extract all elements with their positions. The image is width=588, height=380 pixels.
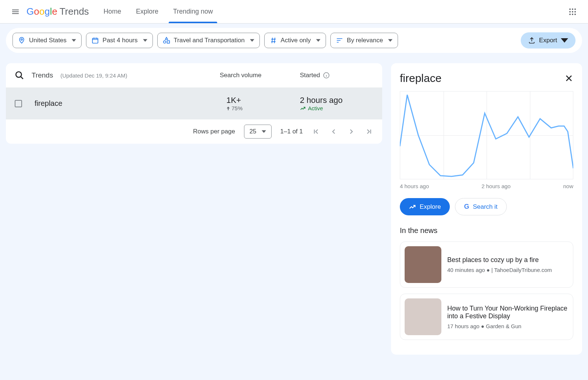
chevron-down-icon [250, 38, 254, 43]
svg-rect-12 [167, 41, 169, 43]
rows-per-page-label: Rows per page [193, 128, 235, 135]
started-ago: 2 hours ago [300, 96, 373, 105]
trends-table: Trends (Updated Dec 19, 9:24 AM) Search … [6, 63, 382, 144]
logo[interactable]: Google Trends [26, 6, 89, 17]
svg-point-4 [572, 11, 573, 12]
apps-icon[interactable] [564, 4, 581, 20]
next-page-button[interactable] [347, 127, 356, 136]
tab-trending-now[interactable]: Trending now [173, 0, 213, 23]
news-headline: Best places to cozy up by a fire [447, 256, 552, 264]
search-it-button[interactable]: G Search it [455, 198, 507, 215]
news-item[interactable]: How to Turn Your Non-Working Fireplace i… [400, 294, 573, 340]
svg-point-2 [574, 8, 576, 10]
rows-per-page-select[interactable]: 25 [244, 125, 272, 139]
export-button[interactable]: Export [521, 32, 576, 49]
pagination: Rows per page 25 1–1 of 1 [6, 119, 382, 144]
filter-category-label: Travel and Transportation [174, 37, 245, 44]
svg-point-3 [569, 11, 571, 12]
trend-chart [400, 91, 573, 179]
last-page-button[interactable] [365, 127, 373, 136]
svg-point-1 [572, 8, 573, 10]
news-meta: 17 hours ago ● Garden & Gun [447, 323, 569, 329]
filter-timeframe-label: Past 4 hours [103, 37, 137, 44]
chart-line [400, 91, 573, 179]
app-header: Google Trends Home Explore Trending now [0, 0, 588, 24]
svg-point-13 [16, 72, 21, 77]
export-icon [528, 37, 535, 44]
detail-panel: fireplace 4 hours ago 2 hours ago [391, 63, 582, 355]
explore-button[interactable]: Explore [400, 198, 450, 215]
chevron-down-icon [143, 38, 147, 43]
svg-point-11 [163, 41, 166, 43]
explore-icon [409, 203, 416, 211]
filter-bar-wrap: United States Past 4 hours Travel and Tr… [0, 24, 588, 57]
news-thumbnail [405, 298, 441, 335]
chevron-down-icon [72, 38, 76, 43]
hash-icon [270, 37, 277, 44]
calendar-icon [92, 37, 99, 44]
chart-x-axis: 4 hours ago 2 hours ago now [400, 183, 573, 189]
menu-icon[interactable] [7, 4, 24, 20]
search-icon[interactable] [15, 71, 24, 80]
brand-label: Trends [60, 6, 89, 17]
svg-point-9 [21, 39, 22, 40]
filter-region[interactable]: United States [12, 33, 82, 48]
tab-home[interactable]: Home [104, 0, 121, 23]
news-item[interactable]: Best places to cozy up by a fire 40 minu… [400, 241, 573, 288]
svg-point-8 [574, 14, 576, 15]
updated-timestamp: (Updated Dec 19, 9:24 AM) [60, 72, 127, 79]
status-badge: Active [300, 105, 373, 111]
trends-column-label: Trends [32, 71, 53, 79]
chevron-down-icon [262, 129, 266, 134]
google-icon: G [464, 203, 469, 211]
filter-sort-label: By relevance [347, 37, 383, 44]
chevron-down-icon [388, 38, 392, 43]
prev-page-button[interactable] [329, 127, 338, 136]
first-page-button[interactable] [312, 127, 320, 136]
table-header: Trends (Updated Dec 19, 9:24 AM) Search … [6, 63, 382, 87]
export-label: Export [539, 37, 557, 44]
arrow-up-icon [226, 107, 230, 110]
news-headline: How to Turn Your Non-Working Fireplace i… [447, 305, 569, 320]
news-thumbnail [405, 246, 441, 283]
nav-tabs: Home Explore Trending now [104, 0, 213, 23]
svg-point-7 [572, 14, 573, 15]
sort-icon [336, 37, 343, 44]
filter-status[interactable]: Active only [264, 33, 326, 48]
close-button[interactable] [564, 74, 573, 83]
volume-delta: 75% [226, 105, 300, 111]
filter-timeframe[interactable]: Past 4 hours [86, 33, 153, 48]
svg-point-5 [574, 11, 576, 12]
svg-rect-10 [93, 38, 98, 43]
info-icon[interactable] [323, 72, 330, 79]
volume-value: 1K+ [226, 96, 300, 105]
table-row[interactable]: fireplace 1K+ 75% 2 hours ago Active [6, 87, 382, 119]
chevron-down-icon [561, 37, 568, 44]
news-meta: 40 minutes ago ● | TahoeDailyTribune.com [447, 267, 552, 273]
filter-category[interactable]: Travel and Transportation [157, 33, 260, 48]
filter-region-label: United States [29, 37, 67, 44]
filter-bar: United States Past 4 hours Travel and Tr… [6, 28, 582, 53]
started-column-label: Started [300, 72, 320, 79]
filter-sort[interactable]: By relevance [330, 33, 398, 48]
news-section-title: In the news [400, 226, 573, 235]
svg-point-0 [569, 8, 571, 10]
svg-point-6 [569, 14, 571, 15]
row-checkbox[interactable] [15, 100, 22, 107]
filter-status-label: Active only [281, 37, 311, 44]
volume-column-label: Search volume [220, 72, 293, 79]
tab-explore[interactable]: Explore [136, 0, 158, 23]
pin-icon [18, 37, 25, 44]
trending-icon [300, 105, 306, 111]
chevron-down-icon [316, 38, 320, 43]
shapes-icon [163, 37, 170, 44]
main-content: Trends (Updated Dec 19, 9:24 AM) Search … [0, 57, 588, 380]
page-range: 1–1 of 1 [280, 128, 303, 135]
detail-title: fireplace [400, 72, 441, 85]
trend-term: fireplace [35, 99, 62, 108]
